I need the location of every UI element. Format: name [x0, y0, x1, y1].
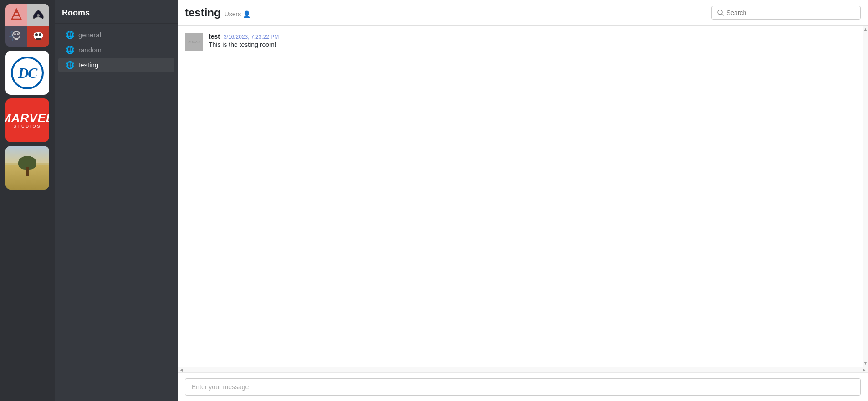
dc-logo-circle: DC	[11, 57, 44, 89]
rooms-list: 🌐 general 🌐 random 🌐 testing	[55, 24, 178, 76]
workspace-dc-icon[interactable]: DC	[5, 51, 49, 95]
svg-point-9	[39, 33, 41, 36]
globe-icon-general: 🌐	[66, 31, 75, 39]
svg-point-8	[35, 33, 38, 36]
vertical-scrollbar[interactable]: ▲ ▼	[863, 26, 868, 367]
message-timestamp: 3/16/2023, 7:23:22 PM	[224, 34, 279, 40]
user-icon: 👤	[243, 10, 250, 18]
message-content: test 3/16/2023, 7:23:22 PM This is the t…	[209, 33, 279, 48]
scroll-up-arrow[interactable]: ▲	[863, 26, 868, 32]
nature-tree	[18, 156, 36, 176]
room-label-testing: testing	[78, 61, 98, 69]
scroll-left-arrow[interactable]: ◀	[179, 367, 184, 373]
chat-subtitle: Users 👤	[225, 10, 251, 18]
anime-q4	[27, 26, 49, 47]
svg-point-3	[14, 33, 16, 35]
anime-q1	[5, 4, 27, 26]
svg-point-4	[17, 33, 19, 35]
anime-q2	[27, 4, 49, 26]
globe-icon-random: 🌐	[66, 46, 75, 54]
room-label-random: random	[78, 46, 102, 54]
tree-trunk	[26, 167, 29, 176]
svg-point-1	[37, 14, 40, 17]
message-text: This is the testing room!	[209, 41, 279, 48]
marvel-studios-text: STUDIOS	[13, 124, 41, 129]
message-input[interactable]	[185, 378, 861, 396]
workspace-column: DC MARVEL STUDIOS	[0, 0, 55, 401]
scroll-down-arrow[interactable]: ▼	[863, 360, 868, 366]
users-label: Users	[225, 10, 241, 18]
main-chat-area: testing Users 👤 ▲ ▼ 30×30	[178, 0, 868, 401]
marvel-logo-text: MARVEL	[5, 112, 49, 124]
chat-title: testing	[185, 6, 221, 19]
svg-point-0	[15, 10, 18, 13]
scroll-right-arrow[interactable]: ▶	[862, 367, 867, 373]
workspace-marvel-icon[interactable]: MARVEL STUDIOS	[5, 98, 49, 142]
svg-point-5	[11, 31, 13, 33]
message-author: test	[209, 33, 220, 40]
chat-header: testing Users 👤	[178, 0, 868, 26]
svg-point-2	[13, 31, 20, 39]
room-item-general[interactable]: 🌐 general	[58, 28, 174, 42]
workspace-nature-icon[interactable]	[5, 146, 49, 190]
message-input-area	[178, 372, 868, 401]
svg-line-11	[722, 14, 723, 15]
search-box[interactable]	[711, 6, 861, 20]
rooms-column: Rooms 🌐 general 🌐 random 🌐 testing	[55, 0, 178, 401]
globe-icon-testing: 🌐	[66, 61, 75, 69]
chat-title-area: testing Users 👤	[185, 6, 250, 19]
dc-logo-text: DC	[18, 65, 36, 82]
message-row: 30×30 test 3/16/2023, 7:23:22 PM This is…	[178, 31, 868, 53]
messages-area: ▲ ▼ 30×30 test 3/16/2023, 7:23:22 PM Thi…	[178, 26, 868, 367]
message-meta: test 3/16/2023, 7:23:22 PM	[209, 33, 279, 40]
horizontal-scrollbar[interactable]: ◀ ▶	[178, 367, 868, 372]
avatar-size-label: 30×30	[188, 40, 199, 44]
room-item-random[interactable]: 🌐 random	[58, 43, 174, 57]
room-label-general: general	[78, 31, 101, 39]
anime-q3	[5, 26, 27, 47]
svg-point-6	[9, 36, 11, 37]
rooms-header: Rooms	[55, 0, 178, 24]
search-icon	[717, 10, 724, 16]
room-item-testing[interactable]: 🌐 testing	[58, 58, 174, 72]
avatar: 30×30	[185, 33, 203, 51]
workspace-anime-icon[interactable]	[5, 4, 49, 47]
search-input[interactable]	[726, 9, 855, 16]
